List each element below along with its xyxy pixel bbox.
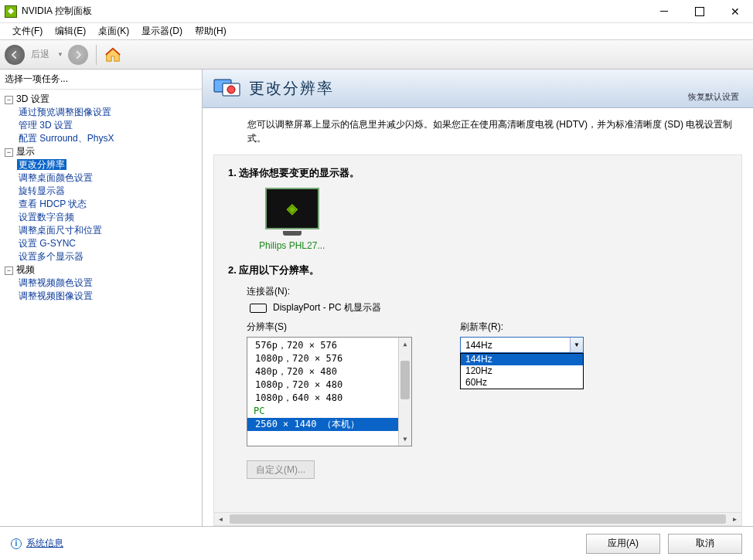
tree-item-desktop-color[interactable]: 调整桌面颜色设置: [17, 172, 94, 183]
back-history-dropdown[interactable]: ▼: [56, 45, 65, 65]
monitor-name: Philips PHL27...: [259, 240, 325, 251]
tree-item-video-image[interactable]: 调整视频图像设置: [17, 290, 94, 301]
tree-toggle-display[interactable]: −: [5, 148, 13, 157]
connector-value-row: DisplayPort - PC 机显示器: [250, 301, 727, 314]
apply-button[interactable]: 应用(A): [586, 534, 660, 554]
resolution-group-pc: PC: [247, 405, 398, 418]
step-1-heading: 1. 选择你想要变更的显示器。: [228, 166, 727, 180]
back-button[interactable]: [5, 45, 25, 65]
resolution-option[interactable]: 1080p，640 × 480: [247, 392, 398, 405]
info-icon: i: [11, 538, 22, 549]
refresh-label: 刷新率(R):: [460, 321, 584, 334]
resolution-option[interactable]: 1080p，720 × 480: [247, 378, 398, 392]
scroll-thumb[interactable]: [400, 361, 410, 399]
connector-row: 连接器(N): DisplayPort - PC 机显示器: [247, 285, 727, 314]
home-button[interactable]: [104, 46, 121, 63]
tree-item-digital-audio[interactable]: 设置数字音频: [17, 212, 76, 222]
minimize-button[interactable]: [646, 0, 682, 23]
menu-bar: 文件(F) 编辑(E) 桌面(K) 显示器(D) 帮助(H): [0, 23, 753, 40]
step-2: 2. 应用以下分辨率。 连接器(N): DisplayPort - PC 机显示…: [228, 263, 727, 479]
resolution-option-selected[interactable]: 2560 × 1440 （本机）: [247, 418, 398, 431]
content: 更改分辨率 恢复默认设置 您可以调整屏幕上显示的信息里并减少闪烁。如果您正在使用…: [203, 70, 753, 526]
resolution-option[interactable]: 576p，720 × 576: [247, 339, 398, 352]
resolution-refresh-row: 分辨率(S) 576p，720 × 576 1080p，720 × 576 48…: [247, 321, 727, 446]
monitor-icon: [213, 77, 241, 100]
menu-help[interactable]: 帮助(H): [189, 23, 233, 39]
tree-item-gsync[interactable]: 设置 G-SYNC: [17, 238, 77, 249]
tree-item-rotate-display[interactable]: 旋转显示器: [17, 185, 66, 196]
window-title: NVIDIA 控制面板: [22, 5, 646, 18]
tree-toggle-3d[interactable]: −: [5, 96, 13, 104]
customize-button[interactable]: 自定义(M)...: [247, 460, 315, 479]
system-info-link[interactable]: i 系统信息: [11, 537, 63, 550]
monitor-thumbnail: ◈: [265, 188, 319, 229]
chevron-down-icon[interactable]: ▼: [570, 338, 583, 352]
sidebar-header: 选择一项任务...: [0, 70, 202, 90]
menu-edit[interactable]: 编辑(E): [49, 23, 92, 39]
horizontal-scrollbar[interactable]: ◄ ►: [214, 512, 741, 525]
step-2-heading: 2. 应用以下分辨率。: [228, 263, 727, 277]
resolution-option[interactable]: 1080p，720 × 576: [247, 352, 398, 365]
scroll-left-icon[interactable]: ◄: [214, 513, 227, 526]
tree-cat-display: 显示: [16, 146, 35, 157]
refresh-option[interactable]: 60Hz: [461, 377, 583, 389]
resolution-listbox[interactable]: 576p，720 × 576 1080p，720 × 576 480p，720 …: [247, 337, 412, 446]
tree-cat-3d: 3D 设置: [16, 93, 49, 104]
tree-item-preview-image[interactable]: 通过预览调整图像设置: [17, 107, 113, 117]
tree-item-multi-display[interactable]: 设置多个显示器: [17, 251, 85, 262]
toolbar: 后退 ▼: [0, 40, 753, 70]
scroll-up-icon[interactable]: ▲: [399, 338, 411, 351]
tree-item-surround-physx[interactable]: 配置 Surround、PhysX: [17, 133, 115, 144]
nvidia-logo-icon: ◈: [287, 200, 298, 217]
restore-defaults-link[interactable]: 恢复默认设置: [688, 91, 739, 103]
forward-button[interactable]: [68, 45, 88, 65]
close-button[interactable]: [717, 0, 753, 23]
hscroll-thumb[interactable]: [230, 514, 726, 524]
page-description: 您可以调整屏幕上显示的信息里并减少闪烁。如果您正在使用高清晰度电视 (HDTV)…: [203, 108, 753, 150]
toolbar-separator: [96, 45, 97, 65]
nvidia-icon: [5, 5, 17, 18]
refresh-rate-dropdown: 144Hz 120Hz 60Hz: [460, 353, 584, 389]
resolution-scrollbar[interactable]: ▲ ▼: [398, 338, 411, 446]
back-label: 后退: [31, 48, 49, 61]
system-info-label: 系统信息: [26, 537, 63, 550]
resolution-column: 分辨率(S) 576p，720 × 576 1080p，720 × 576 48…: [247, 321, 412, 446]
page-title: 更改分辨率: [249, 78, 334, 99]
scroll-down-icon[interactable]: ▼: [399, 433, 411, 446]
settings-panel: 1. 选择你想要变更的显示器。 ◈ Philips PHL27... 2. 应用…: [213, 154, 742, 526]
refresh-rate-combobox[interactable]: 144Hz ▼ 144Hz 120Hz 60Hz: [460, 337, 584, 353]
scroll-right-icon[interactable]: ►: [728, 513, 741, 526]
menu-desktop[interactable]: 桌面(K): [92, 23, 135, 39]
bottom-bar: i 系统信息 应用(A) 取消: [0, 526, 753, 560]
connector-label: 连接器(N):: [247, 285, 727, 298]
page-header: 更改分辨率 恢复默认设置: [203, 70, 753, 108]
refresh-column: 刷新率(R): 144Hz ▼ 144Hz 120Hz 60Hz: [460, 321, 584, 446]
tree-cat-video: 视频: [16, 264, 35, 275]
sidebar: 选择一项任务... −3D 设置 通过预览调整图像设置 管理 3D 设置 配置 …: [0, 70, 203, 526]
tree-item-desktop-size[interactable]: 调整桌面尺寸和位置: [17, 225, 104, 236]
maximize-button[interactable]: [682, 0, 717, 23]
step-1: 1. 选择你想要变更的显示器。 ◈ Philips PHL27...: [228, 166, 727, 251]
body: 选择一项任务... −3D 设置 通过预览调整图像设置 管理 3D 设置 配置 …: [0, 70, 753, 526]
tree-toggle-video[interactable]: −: [5, 266, 13, 275]
tree-item-manage-3d[interactable]: 管理 3D 设置: [17, 120, 74, 131]
monitor-selector[interactable]: ◈ Philips PHL27...: [259, 188, 325, 251]
tree-item-hdcp-status[interactable]: 查看 HDCP 状态: [17, 199, 88, 209]
cancel-button[interactable]: 取消: [668, 534, 742, 554]
refresh-option[interactable]: 144Hz: [461, 354, 583, 365]
title-bar: NVIDIA 控制面板: [0, 0, 753, 23]
resolution-option[interactable]: 480p，720 × 480: [247, 365, 398, 378]
resolution-label: 分辨率(S): [247, 321, 412, 334]
tree-item-change-resolution[interactable]: 更改分辨率: [17, 159, 66, 170]
tree-item-video-color[interactable]: 调整视频颜色设置: [17, 277, 94, 288]
task-tree: −3D 设置 通过预览调整图像设置 管理 3D 设置 配置 Surround、P…: [0, 90, 202, 526]
window-controls: [646, 0, 753, 23]
menu-file[interactable]: 文件(F): [6, 23, 49, 39]
displayport-icon: [250, 304, 267, 313]
menu-display[interactable]: 显示器(D): [135, 23, 189, 39]
refresh-option[interactable]: 120Hz: [461, 365, 583, 377]
connector-value: DisplayPort - PC 机显示器: [273, 301, 381, 314]
refresh-rate-selected: 144Hz: [465, 340, 492, 351]
svg-point-2: [227, 86, 235, 93]
